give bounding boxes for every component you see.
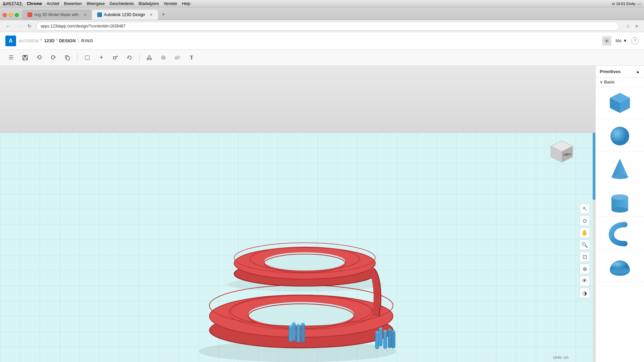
tab-bar: ring 3D Model Made with ✕ Autodesk 123D …	[0, 7, 644, 20]
save-btn[interactable]	[19, 52, 31, 63]
bookmark-icon[interactable]: ☆	[625, 23, 631, 29]
copy-btn[interactable]	[62, 52, 73, 63]
shading-tool[interactable]: ◑	[579, 288, 590, 298]
menu-help[interactable]: Help	[182, 1, 191, 6]
orbit-tool[interactable]: ⊙	[579, 215, 590, 226]
chrome-menu-icon[interactable]: ≡	[633, 23, 640, 29]
viewport-scrollbar[interactable]	[593, 133, 595, 362]
svg-rect-31	[292, 323, 296, 341]
svg-point-0	[606, 40, 608, 42]
menu-archief[interactable]: Archief	[47, 1, 59, 6]
svg-point-48	[391, 330, 395, 332]
back-button[interactable]: ←	[4, 22, 12, 30]
view-icon[interactable]: 👁	[579, 276, 590, 286]
undo-btn[interactable]	[34, 52, 45, 63]
product-name: 123D	[44, 38, 54, 43]
panel-header[interactable]: Primitives ▲	[596, 66, 644, 78]
svg-rect-41	[383, 331, 387, 349]
pan-tool[interactable]: ✋	[579, 227, 590, 238]
svg-rect-39	[379, 328, 383, 346]
scrollbar-thumb[interactable]	[593, 133, 595, 200]
svg-rect-37	[289, 326, 292, 342]
tab1-close[interactable]: ✕	[84, 13, 87, 17]
svg-rect-45	[375, 332, 379, 349]
svg-rect-13	[177, 56, 180, 59]
zoom-in-tool[interactable]: ⊕	[579, 263, 590, 274]
tab-123d-design[interactable]: Autodesk 123D Design ✕	[92, 10, 158, 20]
close-window-btn[interactable]	[3, 13, 7, 17]
svg-rect-2	[24, 55, 26, 57]
svg-point-64	[611, 194, 628, 200]
me-button[interactable]: Me ▼	[615, 38, 627, 43]
tab2-close[interactable]: ✕	[150, 13, 153, 17]
project-name: RING	[81, 38, 94, 43]
refresh-btn[interactable]	[124, 52, 135, 63]
menu-venster[interactable]: Venster	[164, 1, 177, 6]
svg-point-40	[379, 327, 383, 329]
menu-bladwijzers[interactable]: Bladwijzers	[139, 1, 159, 6]
panel-collapse-icon[interactable]: ▲	[636, 69, 640, 74]
panel-title: Primitives	[600, 69, 621, 74]
minimize-window-btn[interactable]	[9, 13, 13, 17]
transform-btn[interactable]	[110, 52, 121, 63]
url-text: apps.123dapp.com/design/?contentid=16384…	[41, 24, 125, 28]
apple-menu[interactable]: &#63743;	[3, 1, 23, 6]
header-right: Me ▼ ?	[602, 36, 639, 46]
address-right-icons: ☆ ≡	[625, 23, 640, 29]
toolbar: ☰ +	[0, 50, 644, 66]
svg-point-32	[292, 322, 296, 324]
menu-bewerken[interactable]: Bewerken	[64, 1, 82, 6]
primitive-cone[interactable]	[596, 152, 644, 184]
settings-icon[interactable]	[602, 36, 611, 46]
cut-btn[interactable]	[144, 52, 155, 63]
svg-point-62	[611, 175, 628, 179]
svg-point-67	[610, 268, 630, 273]
refresh-button[interactable]: ↻	[25, 22, 34, 30]
3d-scene	[0, 133, 595, 362]
svg-point-46	[375, 331, 379, 333]
select-rect-btn[interactable]	[82, 52, 93, 63]
fit-tool[interactable]: ⊡	[579, 251, 590, 262]
help-button[interactable]: ?	[631, 37, 639, 45]
new-tab-button[interactable]: +	[159, 10, 167, 18]
menu-chrome[interactable]: Chrome	[27, 1, 42, 6]
menu-geschiedenis[interactable]: Geschiedenis	[110, 1, 134, 6]
primitive-half-sphere[interactable]	[596, 249, 644, 282]
me-chevron: ▼	[623, 38, 627, 43]
svg-rect-5	[85, 56, 89, 60]
tab-ring-model[interactable]: ring 3D Model Made with ✕	[22, 10, 92, 20]
svg-point-65	[611, 207, 628, 213]
fullscreen-window-btn[interactable]	[15, 13, 19, 17]
url-bar[interactable]: apps.123dapp.com/design/?contentid=16384…	[36, 22, 619, 31]
svg-rect-3	[23, 58, 27, 60]
svg-rect-6	[113, 57, 116, 59]
view-cube[interactable]: LEFT	[548, 138, 575, 165]
add-shape-btn[interactable]: +	[96, 52, 107, 63]
panel-section-basic[interactable]: ∨ Basic	[596, 78, 644, 87]
autodesk-logo-icon: A	[5, 36, 16, 46]
right-panel: Primitives ▲ ∨ Basic	[595, 66, 644, 362]
svg-rect-4	[66, 57, 69, 60]
combine-btn[interactable]	[172, 52, 183, 63]
menu-btn[interactable]: ☰	[5, 52, 17, 63]
primitive-box[interactable]	[596, 87, 644, 119]
viewport-tools: ↖ ⊙ ✋ 🔍 ⊡ ⊕ 👁 ◑	[579, 203, 590, 298]
svg-point-44	[388, 328, 392, 330]
app-logo: A AUTODESK ® 123D ® DESIGN	[5, 36, 76, 46]
redo-btn[interactable]	[48, 52, 59, 63]
traffic-lights	[3, 13, 19, 20]
forward-button[interactable]: →	[15, 22, 23, 30]
app-content: A AUTODESK ® 123D ® DESIGN \ RING Me ▼	[0, 32, 644, 362]
primitive-torus[interactable]	[596, 217, 644, 249]
viewport-3d[interactable]: LEFT Units: cm ↖ ⊙ ✋ 🔍 ⊡ ⊕ 👁 ◑	[0, 133, 595, 362]
zoom-tool[interactable]: 🔍	[579, 239, 590, 250]
primitive-sphere[interactable]	[596, 119, 644, 152]
material-btn[interactable]	[158, 52, 169, 63]
viewport[interactable]: LEFT Units: cm ↖ ⊙ ✋ 🔍 ⊡ ⊕ 👁 ◑	[0, 66, 595, 362]
svg-rect-35	[301, 324, 305, 342]
text-btn[interactable]: T	[186, 52, 197, 63]
primitive-cylinder[interactable]	[596, 184, 644, 217]
main-layout: LEFT Units: cm ↖ ⊙ ✋ 🔍 ⊡ ⊕ 👁 ◑	[0, 66, 644, 362]
menu-weergave[interactable]: Weergave	[87, 1, 105, 6]
select-tool[interactable]: ↖	[579, 203, 590, 214]
